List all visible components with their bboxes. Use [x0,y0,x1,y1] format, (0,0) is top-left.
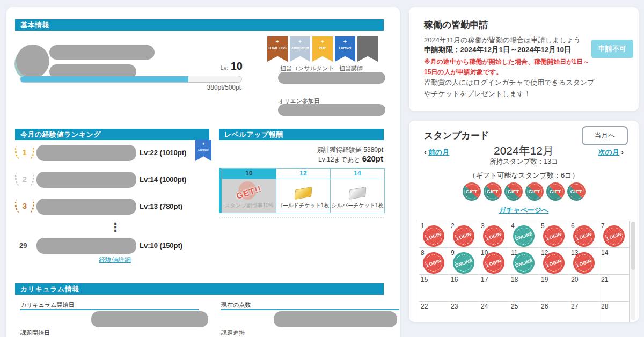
badge-name: PHP [319,46,326,50]
next-level-text: Lv:12まであと 620pt [219,154,383,164]
attendance-deadline: 申請期限：2024年12月1日～2024年12月10日 [424,45,572,55]
reward-level: 12 [276,169,330,179]
next-month-link[interactable]: 次の月 [598,148,619,156]
calendar-scrollbar[interactable] [631,222,635,320]
calendar-day-25: 25 [509,302,539,322]
laurel-rank-icon: 2 [15,171,34,188]
badge-glyph-icon: ✦ [275,39,280,45]
rank-level-text: Lv:22 (1010pt) [140,149,186,157]
calendar-day-3: 3LOGIN [479,221,509,248]
badge-name: HTML CSS [268,46,286,50]
consultant-label: 担当コンサルタント [280,64,334,72]
current-month-button[interactable]: 当月へ [582,126,628,145]
reward-level: 10 [222,169,276,179]
badge-glyph-icon: ✦ [320,39,325,45]
calendar-day-number: 3 [481,222,485,230]
gift-stamp-icon: GIFT [567,182,586,201]
calendar-day-number: 23 [451,303,458,310]
calendar-day-19: 19 [539,275,569,302]
gold-ticket-icon [295,187,312,200]
calendar-day-16: 16 [449,275,479,302]
main-dashboard-card: 基本情報 Lv: 10 380pt/500pt ✦HTML CSS✦JavaSc… [6,7,400,337]
exp-detail-link[interactable]: 経験値詳細 [99,255,131,265]
basic-info-header: 基本情報 [15,19,384,31]
avatar [16,45,49,78]
rank-number: 29 [19,241,27,250]
ranking-row-2: 2Lv:14 (1000pt) [15,172,201,189]
calendar-day-number: 20 [571,276,578,283]
reward-label: スタンプ割引率10% [225,202,274,209]
calendar-day-11: 11ONLINE [509,248,539,275]
gift-stamp-icon: GIFT [525,182,544,201]
field-underline [20,309,199,310]
calendar-day-number: 27 [571,303,578,310]
laurel-rank-icon: 3 [15,197,34,215]
reward-col-lv10: 10GET!!スタンプ割引率10% [222,168,276,213]
owned-stamp-count: 所持スタンプ数：13コ [409,157,639,166]
redacted-ranker-name [36,145,136,161]
redacted-orientation-date [278,104,385,116]
stamp-card-title: スタンプカード [424,129,489,142]
giftable-stamp-count: （ギフト可能なスタンプ数：6コ） [409,171,639,180]
laurel-rank-icon: 1 [15,144,34,161]
calendar-day-number: 6 [571,222,575,230]
calendar-day-number: 16 [451,276,458,283]
calendar-day-2: 2LOGIN [449,221,479,248]
calendar-day-number: 18 [511,276,518,283]
calendar-day-number: 4 [511,222,515,230]
redacted-curriculum-start [91,311,208,327]
curriculum-header: カリキュラム情報 [15,283,384,295]
rank-level-text: Lv:10 (150pt) [140,241,182,250]
gacha-page-link[interactable]: ガチャページへ [499,206,549,214]
task-start-label: 課題開始日 [20,329,50,337]
apply-disabled-button[interactable]: 申請不可 [591,40,633,58]
calendar-day-21: 21 [599,275,630,302]
badge-name: Laravel [339,46,352,50]
rank-level-text: Lv:13 (780pt) [140,202,182,210]
level-label: Lv: [221,64,229,71]
attendance-info: 皆勤賞の人にはログインガチャで使用できるスタンプやチケットをプレゼントします！ [424,77,598,100]
calendar-day-18: 18 [509,275,539,302]
reward-cell: ゴールドチケット1枚 [276,179,330,213]
gift-stamps-row: GIFTGIFTGIFTGIFTGIFTGIFT [409,182,639,201]
next-month-nav: 次の月 › [598,148,624,157]
attendance-note: ※月の途中から稼働が開始した場合、稼働開始日が1日～15日の人が申請対象です。 [424,57,594,77]
calendar-day-number: 26 [541,303,548,310]
total-exp-text: 累計獲得経験値 5380pt [219,145,383,155]
calendar-day-number: 17 [481,276,488,283]
gift-stamp-icon: GIFT [484,182,502,201]
redacted-ranker-name [36,238,136,254]
calendar-day-1: 1LOGIN [419,221,449,248]
calendar-day-9: 9ONLINE [449,248,479,275]
calendar-day-number: 5 [541,222,545,230]
calendar-day-number: 21 [601,276,608,283]
next-level-prefix: Lv:12まであと [318,156,362,163]
attendance-apply-card: 稼働の皆勤申請 2024年11月の稼働が皆勤の場合は申請しましょう 申請期限：2… [409,7,639,111]
reward-cell: シルバーチケット1枚 [331,179,384,213]
ranking-row-1: 1Lv:22 (1010pt) [15,145,201,162]
calendar-day-20: 20 [569,275,599,302]
redacted-ranker-name [36,172,136,188]
calendar-day-28: 28 [599,302,630,322]
calendar-day-5: 5LOGIN [539,221,569,248]
next-level-value: 620pt [362,154,383,163]
levelup-header: レベルアップ報酬 [219,129,384,140]
level-display: Lv: 10 [184,60,243,72]
calendar-day-4: 4ONLINE [509,221,539,248]
exp-progress-bar [20,76,242,83]
reward-col-lv14: 14シルバーチケット1枚 [331,168,385,213]
calendar-day-number: 2 [451,222,455,230]
current-score-label: 現在の点数 [221,301,251,309]
calendar-scrollbar-thumb[interactable] [631,222,635,270]
levelup-reward-table: 10GET!!スタンプ割引率10%12ゴールドチケット1枚14シルバーチケット1… [219,168,385,213]
calendar-day-7: 7LOGIN [599,221,630,248]
calendar-day-27: 27 [569,302,599,322]
attendance-title: 稼働の皆勤申請 [424,19,488,31]
calendar-day-15: 15 [419,275,449,302]
field-underline [221,309,399,310]
badge-name: JavaScript [291,46,309,50]
calendar-day-number: 1 [421,222,425,230]
calendar-day-22: 22 [419,302,449,322]
calendar-day-number: 7 [601,222,605,230]
calendar-day-13: 13LOGIN [569,248,599,275]
